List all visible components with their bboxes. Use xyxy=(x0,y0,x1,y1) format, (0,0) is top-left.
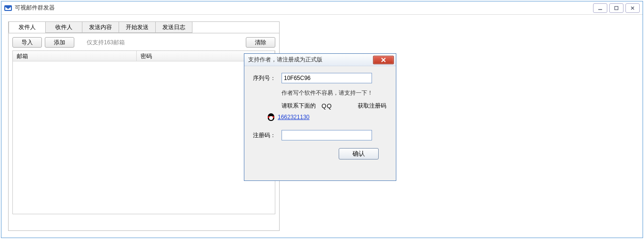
dialog-titlebar[interactable]: 支持作者，请注册成为正式版 xyxy=(244,54,396,66)
toolbar: 导入 添加 仅支持163邮箱 清除 xyxy=(9,33,279,50)
grid-header: 邮箱 密码 xyxy=(13,51,275,61)
minimize-button[interactable] xyxy=(593,3,607,13)
regcode-input[interactable] xyxy=(282,130,372,140)
main-titlebar: 可视邮件群发器 xyxy=(1,1,643,15)
contact-prefix: 请联系下面的 xyxy=(282,102,316,110)
left-panel: 发件人 收件人 发送内容 开始发送 发送日志 导入 添加 仅支持163邮箱 清除… xyxy=(8,21,280,231)
sender-grid: 邮箱 密码 xyxy=(12,50,275,214)
dialog-body: 序列号： 作者写个软件不容易，请支持一下！ 请联系下面的 QQ 获取注册码 16… xyxy=(244,66,396,164)
maximize-button[interactable] xyxy=(609,3,624,13)
grid-col-email[interactable]: 邮箱 xyxy=(13,51,137,61)
tab-start-send[interactable]: 开始发送 xyxy=(119,21,156,33)
contact-line: 请联系下面的 QQ 获取注册码 xyxy=(282,102,386,110)
support-text: 作者写个软件不容易，请支持一下！ xyxy=(282,89,387,97)
tab-content-area: 导入 添加 仅支持163邮箱 清除 邮箱 密码 xyxy=(9,33,279,231)
window-controls xyxy=(591,3,640,13)
contact-suffix: 获取注册码 xyxy=(358,102,386,110)
qq-penguin-icon xyxy=(267,113,275,121)
regcode-row: 注册码： xyxy=(253,130,387,140)
window-title: 可视邮件群发器 xyxy=(15,4,55,12)
regcode-label: 注册码： xyxy=(253,131,282,139)
import-button[interactable]: 导入 xyxy=(12,37,42,48)
tab-sender[interactable]: 发件人 xyxy=(9,21,46,33)
tab-label: 开始发送 xyxy=(126,23,149,31)
svg-rect-1 xyxy=(615,6,618,10)
serial-input[interactable] xyxy=(282,73,372,83)
tab-label: 发送日志 xyxy=(162,23,185,31)
tab-label: 收件人 xyxy=(55,23,72,31)
grid-body[interactable] xyxy=(13,61,275,214)
contact-qq-word: QQ xyxy=(322,102,332,110)
dialog-title: 支持作者，请注册成为正式版 xyxy=(248,56,322,64)
qq-row: 1662321130 xyxy=(267,113,387,121)
serial-row: 序列号： xyxy=(253,73,387,83)
tab-label: 发件人 xyxy=(19,23,36,31)
register-dialog: 支持作者，请注册成为正式版 序列号： 作者写个软件不容易，请支持一下！ 请联系下… xyxy=(244,53,396,181)
tab-label: 发送内容 xyxy=(89,23,112,31)
mail-icon xyxy=(4,5,12,11)
clear-button[interactable]: 清除 xyxy=(246,37,275,48)
dialog-footer: 确认 xyxy=(253,146,387,159)
confirm-button[interactable]: 确认 xyxy=(339,148,379,159)
close-button[interactable] xyxy=(625,3,640,13)
tab-send-log[interactable]: 发送日志 xyxy=(155,21,192,33)
tab-content[interactable]: 发送内容 xyxy=(82,21,119,33)
toolbar-hint: 仅支持163邮箱 xyxy=(87,39,125,47)
qq-number-link[interactable]: 1662321130 xyxy=(278,114,310,120)
dialog-close-button[interactable] xyxy=(373,56,394,64)
serial-label: 序列号： xyxy=(253,74,282,82)
tab-recipient[interactable]: 收件人 xyxy=(45,21,82,33)
tab-strip: 发件人 收件人 发送内容 开始发送 发送日志 xyxy=(9,21,279,33)
add-button[interactable]: 添加 xyxy=(45,37,74,48)
